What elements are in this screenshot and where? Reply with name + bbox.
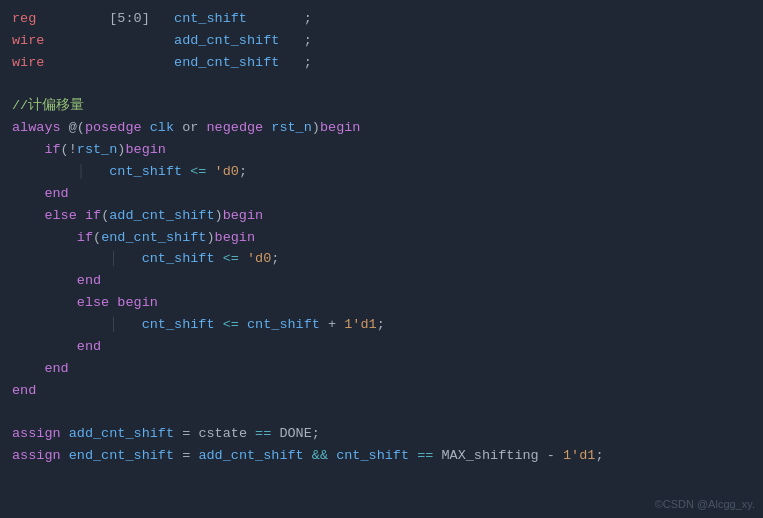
code-line-18: end: [12, 380, 751, 402]
code-line-1: reg [5:0] cnt_shift ;: [12, 8, 751, 30]
code-line-9: end: [12, 183, 751, 205]
code-line-3: wire end_cnt_shift ;: [12, 52, 751, 74]
code-line-16: end: [12, 336, 751, 358]
code-line-11: if(end_cnt_shift)begin: [12, 227, 751, 249]
code-line-7: if(!rst_n)begin: [12, 139, 751, 161]
code-line-21: assign end_cnt_shift = add_cnt_shift && …: [12, 445, 751, 467]
code-line-12: │ cnt_shift <= 'd0;: [12, 248, 751, 270]
code-line-2: wire add_cnt_shift ;: [12, 30, 751, 52]
code-line-6: always @(posedge clk or negedge rst_n)be…: [12, 117, 751, 139]
code-line-20: assign add_cnt_shift = cstate == DONE;: [12, 423, 751, 445]
code-line-19: [12, 401, 751, 423]
code-line-4: [12, 74, 751, 96]
code-editor: reg [5:0] cnt_shift ; wire add_cnt_shift…: [0, 0, 763, 518]
code-line-17: end: [12, 358, 751, 380]
code-line-15: │ cnt_shift <= cnt_shift + 1'd1;: [12, 314, 751, 336]
code-line-8: │ cnt_shift <= 'd0;: [12, 161, 751, 183]
code-line-5: //计偏移量: [12, 95, 751, 117]
code-line-10: else if(add_cnt_shift)begin: [12, 205, 751, 227]
code-line-14: else begin: [12, 292, 751, 314]
code-line-13: end: [12, 270, 751, 292]
watermark: ©CSDN @Alcgg_xy.: [655, 496, 755, 514]
